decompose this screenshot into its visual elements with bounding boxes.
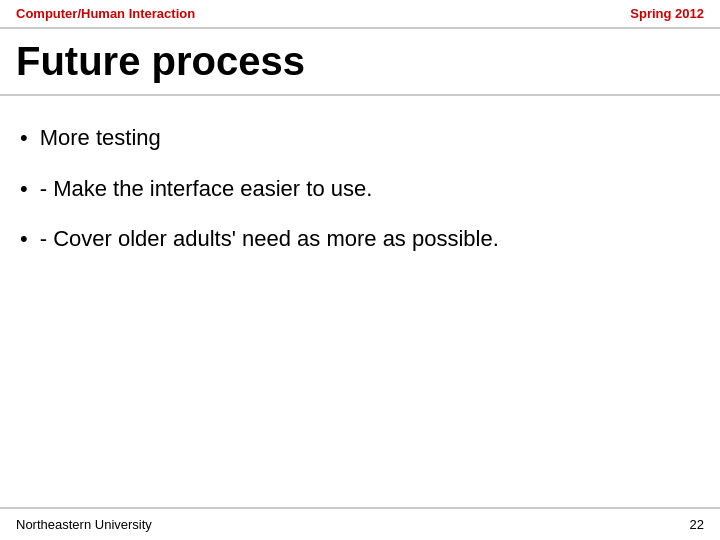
header-course-label: Computer/Human Interaction [16, 6, 195, 21]
bullet-dot-3: • [20, 225, 28, 254]
footer: Northeastern University 22 [0, 507, 720, 540]
divider-top [0, 27, 720, 29]
bullet-dot-2: • [20, 175, 28, 204]
header-semester-label: Spring 2012 [630, 6, 704, 21]
bullet-text-2: - Make the interface easier to use. [40, 175, 373, 204]
bullet-text-3: - Cover older adults' need as more as po… [40, 225, 499, 254]
slide-title: Future process [0, 35, 720, 94]
bullet-dot-1: • [20, 124, 28, 153]
footer-page-number: 22 [690, 517, 704, 532]
bullet-item-1: • More testing [20, 124, 700, 153]
bullet-item-2: • - Make the interface easier to use. [20, 175, 700, 204]
header: Computer/Human Interaction Spring 2012 [0, 0, 720, 27]
content-area: • More testing • - Make the interface ea… [0, 96, 720, 296]
bullet-item-3: • - Cover older adults' need as more as … [20, 225, 700, 254]
footer-university-label: Northeastern University [16, 517, 152, 532]
bullet-text-1: More testing [40, 124, 161, 153]
